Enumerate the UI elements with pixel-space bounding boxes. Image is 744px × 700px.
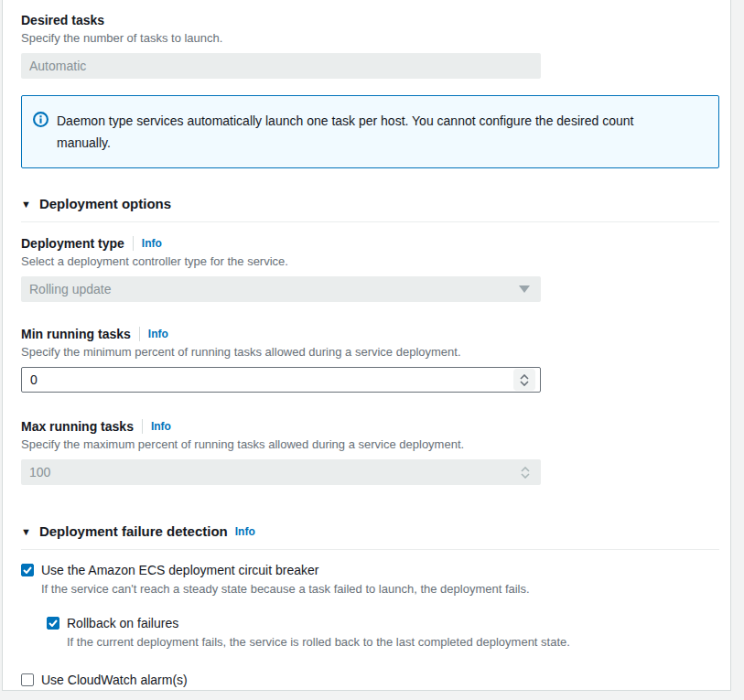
max-running-tasks-field: Max running tasks Info Specify the maxim…: [21, 418, 719, 485]
min-running-tasks-input-value[interactable]: [22, 368, 540, 392]
deployment-options-title: Deployment options: [39, 196, 171, 212]
failure-detection-title: Deployment failure detection: [39, 523, 228, 540]
info-circle-icon: [33, 112, 49, 154]
form-card: Desired tasks Specify the number of task…: [2, 0, 731, 691]
cloudwatch-checkbox-row[interactable]: Use CloudWatch alarm(s): [21, 672, 719, 688]
min-running-tasks-info-link[interactable]: Info: [148, 328, 168, 340]
deployment-type-label: Deployment type: [21, 235, 124, 252]
deployment-type-info-link[interactable]: Info: [142, 237, 162, 250]
max-running-tasks-label: Max running tasks: [21, 418, 134, 435]
section-divider: [21, 221, 719, 222]
label-separator: [139, 327, 140, 341]
circuit-breaker-help: If the service can't reach a steady stat…: [41, 582, 719, 597]
desired-tasks-input-value: [21, 53, 541, 79]
deployment-type-field: Deployment type Info Select a deployment…: [21, 235, 719, 302]
deployment-options-section-toggle[interactable]: ▼ Deployment options: [21, 196, 719, 212]
circuit-breaker-group: Use the Amazon ECS deployment circuit br…: [21, 562, 719, 597]
min-running-tasks-field: Min running tasks Info Specify the minim…: [21, 326, 719, 393]
deployment-type-select-value: Rolling update: [29, 282, 112, 296]
desired-tasks-input: [21, 53, 541, 79]
min-running-tasks-input[interactable]: [21, 367, 541, 393]
select-caret-icon: [519, 285, 530, 293]
circuit-breaker-label: Use the Amazon ECS deployment circuit br…: [41, 562, 318, 578]
check-icon: [23, 566, 32, 574]
section-divider: [21, 549, 719, 550]
label-separator: [133, 236, 134, 251]
rollback-group: Rollback on failures If the current depl…: [47, 615, 719, 650]
max-running-tasks-input-value: [21, 459, 541, 485]
chevron-down-icon: ▼: [21, 199, 31, 210]
circuit-breaker-checkbox-row[interactable]: Use the Amazon ECS deployment circuit br…: [21, 562, 719, 578]
max-running-tasks-input: [21, 459, 541, 485]
number-stepper[interactable]: [513, 369, 535, 391]
cloudwatch-checkbox[interactable]: [21, 673, 34, 686]
rollback-label: Rollback on failures: [67, 615, 178, 631]
chevron-up-icon: [520, 374, 529, 380]
min-running-tasks-description: Specify the minimum percent of running t…: [21, 345, 719, 360]
min-running-tasks-label: Min running tasks: [21, 326, 131, 342]
chevron-down-icon: [521, 473, 530, 479]
deployment-type-description: Select a deployment controller type for …: [21, 254, 719, 269]
max-running-tasks-description: Specify the maximum percent of running t…: [21, 437, 719, 452]
chevron-up-icon: [521, 467, 530, 472]
daemon-info-alert: Daemon type services automatically launc…: [21, 95, 719, 168]
rollback-help: If the current deployment fails, the ser…: [67, 635, 719, 650]
rollback-checkbox-row[interactable]: Rollback on failures: [47, 615, 719, 631]
label-separator: [142, 419, 143, 434]
desired-tasks-label: Desired tasks: [21, 12, 719, 28]
cloudwatch-label: Use CloudWatch alarm(s): [41, 672, 188, 688]
chevron-down-icon: ▼: [21, 527, 31, 537]
failure-detection-info-link[interactable]: Info: [235, 525, 255, 538]
check-icon: [49, 619, 58, 627]
chevron-down-icon: [520, 381, 529, 386]
failure-detection-section-toggle[interactable]: ▼ Deployment failure detection Info: [21, 523, 719, 540]
desired-tasks-field: Desired tasks Specify the number of task…: [21, 12, 719, 79]
alert-message: Daemon type services automatically launc…: [57, 110, 663, 154]
desired-tasks-description: Specify the number of tasks to launch.: [21, 31, 719, 46]
max-running-tasks-info-link[interactable]: Info: [151, 420, 171, 433]
rollback-checkbox[interactable]: [47, 617, 59, 630]
number-stepper-disabled: [514, 461, 536, 483]
circuit-breaker-checkbox[interactable]: [21, 564, 34, 576]
deployment-type-select: Rolling update: [21, 276, 541, 302]
cloudwatch-group: Use CloudWatch alarm(s) If the CloudWatc…: [21, 672, 719, 691]
